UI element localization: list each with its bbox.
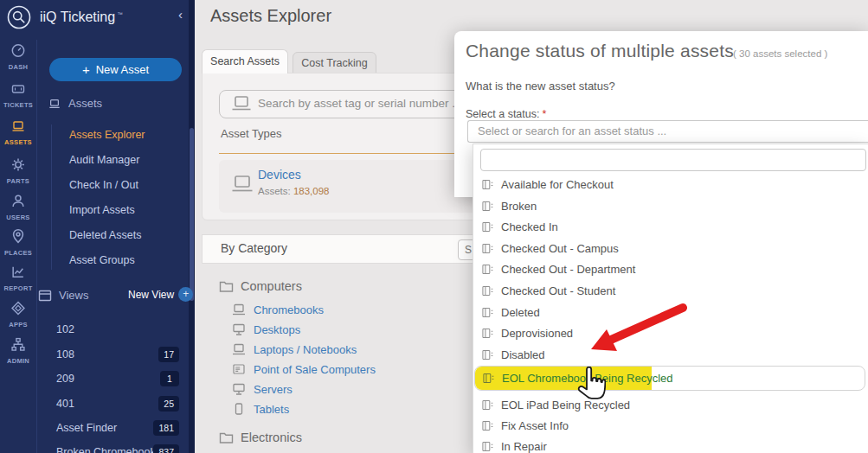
rail-item-label: TICKETS (0, 101, 36, 109)
plus-icon: + (82, 62, 90, 77)
rail-item-admin[interactable]: ADMIN (0, 337, 36, 365)
tablet-icon (232, 403, 246, 415)
status-option-fix-asset-info[interactable]: Fix Asset Info (473, 415, 868, 437)
rail-item-parts[interactable]: PARTS (0, 157, 36, 185)
status-option-deprovisioned[interactable]: Deprovisioned (473, 322, 868, 344)
tree-folder-electronics[interactable]: Electronics (219, 430, 302, 445)
sidebar-item-audit-manager[interactable]: Audit Manager (69, 151, 182, 169)
rail-item-assets[interactable]: ASSETS (0, 119, 36, 146)
status-option-label: Broken (501, 200, 537, 213)
tree-item-laptops[interactable]: Laptops / Notebooks (232, 342, 357, 356)
status-option-label: Available for Checkout (501, 178, 614, 191)
rail-item-places[interactable]: PLACES (0, 228, 36, 257)
rail-item-users[interactable]: USERS (0, 194, 36, 221)
laptop-icon (231, 174, 254, 195)
status-option-label: Checked Out - Campus (501, 242, 619, 255)
select-status-label: Select a status:* (466, 108, 546, 120)
status-option-checked-in[interactable]: Checked In (473, 216, 868, 238)
laptop-icon (231, 95, 252, 112)
view-badge: 17 (158, 347, 179, 362)
folder-icon (219, 431, 234, 444)
status-dropdown-panel: Available for Checkout Broken Checked In… (473, 144, 868, 453)
menu-indent-line (51, 124, 52, 270)
brand: iiQ Ticketing™ (6, 4, 123, 30)
rail-item-label: DASH (0, 63, 36, 71)
view-item-102[interactable]: 102 (56, 322, 186, 337)
tab-cost-tracking[interactable]: Cost Tracking (293, 52, 376, 73)
rail-item-report[interactable]: REPORT (0, 265, 36, 292)
rail-item-label: ASSETS (0, 138, 36, 146)
tree-item-tablets[interactable]: Tablets (232, 402, 289, 416)
ticket-icon (10, 82, 26, 96)
sidebar-section-views: Views (38, 289, 88, 302)
sidebar-item-deleted-assets[interactable]: Deleted Assets (69, 226, 182, 244)
status-option-label: Disabled (501, 348, 545, 361)
sidebar-item-asset-groups[interactable]: Asset Groups (69, 252, 182, 269)
rail-item-label: ADMIN (0, 357, 36, 365)
views-label: Views (59, 289, 88, 302)
sidebar-item-check-in-out[interactable]: Check In / Out (69, 176, 182, 194)
rail-item-dash[interactable]: DASH (0, 43, 36, 71)
status-tag-icon (483, 373, 494, 384)
brand-name: iiQ Ticketing™ (40, 10, 123, 25)
devices-assets-label: Assets: (258, 186, 291, 196)
view-badge: 837 (153, 444, 179, 453)
plus-icon: + (178, 287, 193, 302)
status-option-eol-chromebook-being-recycled[interactable]: EOL Chromebook Being Recycled (474, 366, 865, 391)
sidebar: iiQ Ticketing™ ‹ DASH TICKETS ASSETS PAR… (0, 0, 195, 453)
status-option-label: Checked In (501, 220, 558, 233)
tab-search-assets[interactable]: Search Assets (202, 49, 288, 73)
tree-item-label: Desktops (254, 323, 300, 336)
tree-item-label: Point of Sale Computers (254, 363, 376, 376)
view-badge: 1 (160, 371, 179, 386)
status-tag-icon (482, 221, 493, 233)
rail-item-label: APPS (0, 321, 36, 329)
status-option-checked-out-student[interactable]: Checked Out - Student (473, 280, 868, 302)
devices-link[interactable]: Devices (258, 168, 301, 182)
apps-diamond-icon (10, 301, 26, 316)
sidebar-item-import-assets[interactable]: Import Assets (69, 201, 182, 219)
status-option-label: In Repair (501, 440, 547, 453)
sidebar-section-assets: Assets (48, 97, 102, 110)
sidebar-scrollbar-thumb[interactable] (190, 128, 194, 301)
status-option-disabled[interactable]: Disabled (473, 344, 868, 366)
tree-item-label: Laptops / Notebooks (254, 343, 357, 356)
status-option-label: Fix Asset Info (501, 419, 569, 432)
status-tag-icon (482, 307, 493, 318)
status-option-deleted[interactable]: Deleted (473, 302, 868, 323)
monitor-icon (232, 323, 246, 335)
status-option-checked-out-department[interactable]: Checked Out - Department (473, 258, 868, 280)
monitor-icon (232, 383, 246, 395)
tree-item-servers[interactable]: Servers (232, 382, 293, 396)
status-option-broken[interactable]: Broken (473, 195, 868, 217)
tree-item-pos-computers[interactable]: Point of Sale Computers (232, 362, 376, 376)
status-option-in-repair[interactable]: In Repair (473, 436, 868, 453)
status-tag-icon (482, 285, 493, 297)
dashboard-gauge-icon (10, 43, 26, 58)
new-asset-button[interactable]: + New Asset (49, 58, 182, 81)
status-option-label: EOL iPad Being Recycled (501, 399, 630, 412)
sidebar-collapse-chevron[interactable]: ‹ (178, 7, 183, 22)
report-chart-icon (10, 265, 26, 279)
status-tag-icon (482, 243, 493, 254)
status-option-available-for-checkout[interactable]: Available for Checkout (473, 174, 868, 195)
user-icon (10, 194, 26, 208)
tree-folder-computers[interactable]: Computers (219, 278, 302, 294)
modal-question: What is the new asset status? (466, 80, 615, 93)
status-option-eol-ipad-being-recycled[interactable]: EOL iPad Being Recycled (473, 394, 868, 416)
status-select-control[interactable]: Select or search for an asset status ... (467, 120, 868, 143)
app-root: Assets Explorer Search Assets Cost Track… (0, 0, 868, 453)
status-tag-icon (482, 179, 493, 190)
status-tag-icon (482, 328, 493, 339)
rail-item-tickets[interactable]: TICKETS (0, 82, 36, 109)
tree-item-desktops[interactable]: Desktops (232, 322, 300, 336)
new-view-button[interactable]: New View + (128, 287, 193, 302)
status-option-checked-out-campus[interactable]: Checked Out - Campus (473, 238, 868, 259)
sidebar-item-assets-explorer[interactable]: Assets Explorer (69, 126, 182, 144)
tree-item-chromebooks[interactable]: Chromebooks (232, 303, 324, 316)
rail-item-label: PLACES (0, 249, 36, 257)
rail-item-apps[interactable]: APPS (0, 301, 36, 329)
iiq-logo-icon (6, 4, 32, 30)
status-search-input[interactable] (480, 149, 866, 171)
laptop-icon (48, 98, 61, 110)
